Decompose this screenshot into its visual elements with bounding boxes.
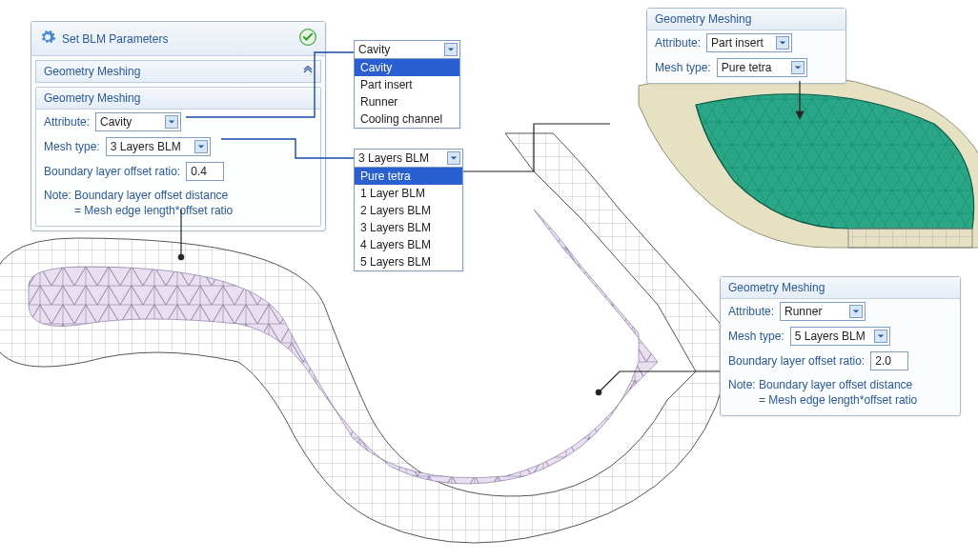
svg-point-1 — [178, 254, 184, 260]
svg-marker-0 — [796, 111, 804, 119]
svg-point-2 — [596, 390, 601, 395]
